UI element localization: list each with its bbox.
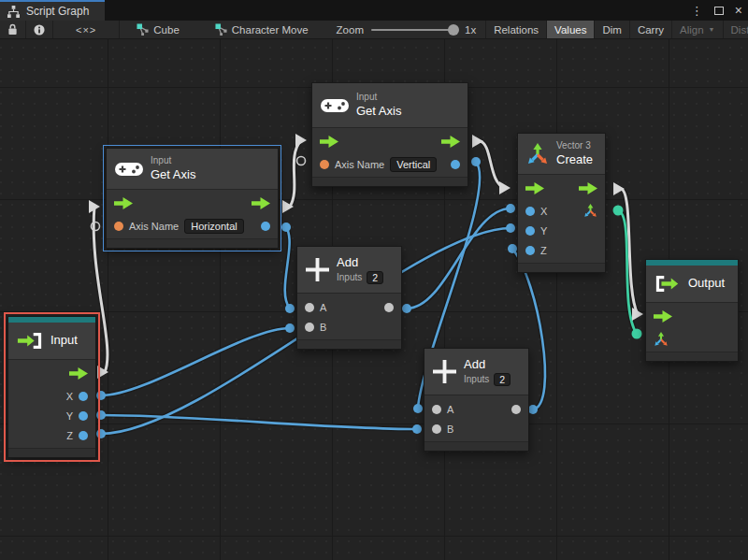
graph-breadcrumb-cube[interactable]: Cube bbox=[127, 21, 189, 38]
vector3-icon bbox=[526, 143, 549, 165]
node-subtitle: Input bbox=[356, 92, 401, 104]
graph-breadcrumb-label: Cube bbox=[153, 24, 180, 36]
port-y[interactable] bbox=[79, 411, 88, 421]
toolbar: <×> Cube Character Move Zoom 1x Relation… bbox=[0, 21, 748, 39]
axis-name-port[interactable] bbox=[320, 160, 329, 169]
vector3-out-port[interactable] bbox=[583, 204, 597, 218]
zoom-label: Zoom bbox=[337, 24, 364, 36]
output-bracket-icon bbox=[654, 276, 681, 292]
flow-out-port[interactable] bbox=[252, 197, 270, 209]
node-footer bbox=[518, 263, 605, 272]
node-title: Input bbox=[50, 333, 78, 348]
mini-graph-icon bbox=[215, 23, 227, 36]
port-b-label: B bbox=[447, 424, 453, 435]
sum-out-port[interactable] bbox=[384, 303, 394, 312]
flow-in-port[interactable] bbox=[320, 136, 338, 148]
port-x[interactable] bbox=[79, 392, 88, 401]
input-bracket-icon bbox=[17, 333, 43, 349]
variables-button[interactable]: <×> bbox=[53, 21, 120, 38]
plus-icon bbox=[306, 258, 329, 281]
mini-graph-icon bbox=[137, 23, 149, 36]
distribute-dropdown[interactable]: Distribute ▼ bbox=[723, 21, 748, 38]
node-graph-output[interactable]: Output bbox=[645, 259, 739, 362]
zoom-value: 1x bbox=[465, 24, 476, 36]
kebab-menu-icon[interactable]: ⋮ bbox=[691, 5, 703, 17]
info-icon bbox=[34, 24, 45, 36]
port-z[interactable] bbox=[79, 431, 88, 440]
port-x[interactable] bbox=[525, 207, 535, 216]
node-title: Get Axis bbox=[151, 167, 195, 182]
node-footer bbox=[646, 352, 738, 361]
inputs-label: Inputs bbox=[337, 272, 362, 284]
zoom-slider[interactable] bbox=[371, 29, 457, 31]
node-title: Add bbox=[337, 255, 383, 270]
flow-in-port[interactable] bbox=[654, 310, 672, 323]
code-brackets-icon: <×> bbox=[76, 24, 96, 36]
sum-out-port[interactable] bbox=[511, 405, 521, 414]
port-y-label: Y bbox=[540, 225, 547, 237]
port-b-label: B bbox=[320, 322, 326, 333]
axis-name-field[interactable]: Horizontal bbox=[184, 219, 244, 234]
align-label: Align bbox=[680, 24, 704, 36]
flow-in-port[interactable] bbox=[525, 182, 544, 194]
maximize-icon[interactable] bbox=[714, 7, 724, 15]
result-port[interactable] bbox=[261, 222, 270, 231]
tab-script-graph[interactable]: Script Graph bbox=[0, 0, 105, 21]
zoom-slider-thumb[interactable] bbox=[448, 24, 459, 36]
node-graph-input[interactable]: Input X Y Z bbox=[7, 316, 96, 458]
vector3-in-port[interactable] bbox=[654, 332, 669, 347]
node-footer bbox=[107, 238, 278, 248]
distribute-label: Distribute bbox=[731, 24, 748, 36]
port-z[interactable] bbox=[525, 246, 535, 255]
lock-icon bbox=[7, 23, 18, 36]
port-y-label: Y bbox=[66, 410, 73, 422]
node-title: Output bbox=[688, 276, 725, 291]
port-x-label: X bbox=[540, 206, 547, 217]
gamepad-icon bbox=[115, 162, 143, 177]
port-z-label: Z bbox=[540, 245, 547, 256]
chevron-down-icon: ▼ bbox=[709, 26, 715, 33]
node-add-2[interactable]: Add Inputs 2 A B bbox=[424, 348, 529, 452]
close-icon[interactable]: × bbox=[735, 4, 742, 17]
flow-out-port[interactable] bbox=[579, 182, 597, 194]
node-vector3-create[interactable]: Vector 3 Create X Y Z bbox=[517, 133, 606, 273]
node-get-axis-vertical[interactable]: Input Get Axis Axis Name Vertical bbox=[311, 82, 468, 187]
axis-name-label: Axis Name bbox=[129, 221, 179, 232]
result-port[interactable] bbox=[451, 160, 460, 169]
flow-in-port[interactable] bbox=[114, 197, 133, 209]
node-title: Create bbox=[556, 152, 593, 167]
values-toggle[interactable]: Values bbox=[546, 21, 594, 38]
axis-name-label: Axis Name bbox=[335, 159, 384, 170]
port-a[interactable] bbox=[305, 303, 314, 312]
node-footer bbox=[312, 177, 468, 186]
carry-toggle[interactable]: Carry bbox=[629, 21, 671, 38]
inputs-count-field[interactable]: 2 bbox=[367, 271, 383, 284]
script-graph-window: Input Get Axis Axis Name Vertical Input … bbox=[0, 0, 748, 560]
flow-wire-getaxis-vertical-to-vector3-create[interactable] bbox=[480, 141, 505, 188]
relations-toggle[interactable]: Relations bbox=[485, 21, 546, 38]
port-a[interactable] bbox=[432, 405, 441, 414]
graph-breadcrumb-label: Character Move bbox=[232, 24, 309, 36]
axis-name-port[interactable] bbox=[114, 222, 123, 231]
info-button[interactable] bbox=[26, 21, 53, 38]
node-footer bbox=[297, 339, 401, 349]
dim-toggle[interactable]: Dim bbox=[594, 21, 628, 38]
port-b[interactable] bbox=[305, 323, 314, 332]
gamepad-icon bbox=[321, 98, 349, 113]
flow-out-port[interactable] bbox=[69, 367, 88, 380]
node-add-1[interactable]: Add Inputs 2 A B bbox=[296, 246, 402, 350]
port-b[interactable] bbox=[432, 424, 441, 434]
flow-out-port[interactable] bbox=[441, 136, 460, 148]
lock-button[interactable] bbox=[0, 21, 26, 38]
align-dropdown[interactable]: Align ▼ bbox=[671, 21, 723, 38]
inputs-count-field[interactable]: 2 bbox=[494, 373, 511, 386]
axis-name-field[interactable]: Vertical bbox=[390, 157, 437, 172]
graph-breadcrumb-character-move[interactable]: Character Move bbox=[206, 21, 318, 38]
node-footer bbox=[424, 441, 528, 451]
plus-icon bbox=[433, 360, 456, 383]
port-y[interactable] bbox=[525, 226, 535, 236]
node-footer bbox=[8, 448, 95, 457]
node-title: Add bbox=[464, 357, 511, 372]
port-x-label: X bbox=[66, 391, 73, 402]
node-get-axis-horizontal[interactable]: Input Get Axis Axis Name Horizontal bbox=[106, 148, 279, 249]
